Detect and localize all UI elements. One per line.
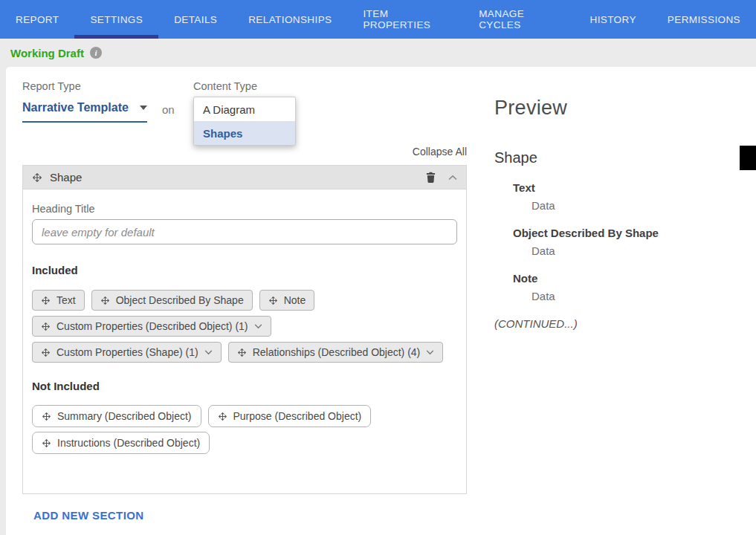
chip-label: Relationships (Described Object) (4) [253,346,421,358]
add-new-section-button[interactable]: ADD NEW SECTION [33,509,144,522]
chip-custom-properties-described-object[interactable]: Custom Properties (Described Object) (1) [32,316,271,337]
preview-field: Object Described By Shape Data [513,227,747,257]
info-icon[interactable]: i [90,47,102,59]
section-title: Shape [50,171,82,184]
content-type-dropdown: A Diagram Shapes [193,97,296,146]
included-chip-row: Custom Properties (Shape) (1) Relationsh… [32,342,457,363]
collapse-all-link[interactable]: Collapse All [22,146,467,158]
heading-title-label: Heading Title [32,203,457,215]
preview-field: Note Data [513,272,747,302]
conjunction-text: on [162,103,175,116]
tab-manage-cycles[interactable]: MANAGE CYCLES [463,0,574,39]
tab-label: RELATIONSHIPS [248,14,332,25]
chip-label: Custom Properties (Shape) (1) [56,346,198,358]
preview-field-value: Data [532,290,747,302]
chevron-down-icon[interactable] [426,350,434,355]
preview-field-name: Note [513,272,747,285]
chip-relationships-described-object[interactable]: Relationships (Described Object) (4) [228,342,444,363]
preview-continued-label: (CONTINUED...) [494,317,747,330]
drag-handle-icon[interactable] [41,296,51,305]
drag-handle-icon[interactable] [32,172,42,183]
option-label: A Diagram [203,103,255,116]
caret-down-icon [140,106,147,110]
not-included-chip-row: Summary (Described Object) Purpose (Desc… [32,405,457,427]
trash-icon[interactable] [426,172,436,183]
report-type-value: Narrative Template [22,101,129,114]
tab-report[interactable]: REPORT [0,0,74,39]
preview-title: Preview [494,97,747,120]
preview-field: Text Data [513,181,747,212]
not-included-chip-row: Instructions (Described Object) [32,432,457,454]
chip-label: Instructions (Described Object) [57,437,200,449]
chip-label: Summary (Described Object) [57,410,192,422]
report-type-label: Report Type [22,80,81,92]
not-included-label: Not Included [32,380,457,392]
chip-label: Text [56,294,76,306]
tab-permissions[interactable]: PERMISSIONS [652,0,756,39]
chip-label: Purpose (Described Object) [233,410,362,422]
content-type-label: Content Type [193,80,257,92]
chip-label: Custom Properties (Described Object) (1) [56,320,248,332]
chip-text[interactable]: Text [32,290,85,311]
preview-field-value: Data [532,199,747,212]
option-label: Shapes [203,127,242,140]
section-body: Heading Title Included Text Object Descr… [23,189,466,454]
drag-handle-icon[interactable] [42,412,51,421]
shape-section-panel: Shape Heading Title Included Text [22,165,467,494]
tab-label: MANAGE CYCLES [479,8,558,30]
drag-handle-icon[interactable] [41,322,51,331]
preview-field-name: Text [513,181,747,194]
dropdown-option-shapes[interactable]: Shapes [194,121,295,145]
chip-note[interactable]: Note [259,290,315,311]
tab-label: PERMISSIONS [668,14,740,25]
main-content: Report Type Content Type Narrative Templ… [6,67,756,535]
chip-instructions-described-object[interactable]: Instructions (Described Object) [32,432,210,454]
drag-handle-icon[interactable] [268,296,278,305]
chip-label: Note [284,294,306,306]
tab-label: SETTINGS [90,14,143,25]
chip-summary-described-object[interactable]: Summary (Described Object) [32,405,201,427]
heading-title-input[interactable] [32,219,457,244]
section-header[interactable]: Shape [23,166,466,189]
tab-label: REPORT [16,14,59,25]
top-nav: REPORT SETTINGS DETAILS RELATIONSHIPS IT… [0,0,756,39]
tab-details[interactable]: DETAILS [158,0,233,39]
drag-handle-icon[interactable] [100,296,110,305]
chip-purpose-described-object[interactable]: Purpose (Described Object) [208,405,372,427]
chevron-down-icon[interactable] [254,324,262,329]
chip-label: Object Described By Shape [116,294,244,306]
included-chip-row: Custom Properties (Described Object) (1) [32,316,457,337]
tab-label: HISTORY [590,14,636,25]
report-type-select[interactable]: Narrative Template [22,101,147,123]
working-draft-status: Working Draft [10,47,84,59]
preview-field-name: Object Described By Shape [513,227,747,239]
drag-handle-icon[interactable] [42,438,51,448]
tab-settings[interactable]: SETTINGS [74,0,158,39]
chevron-up-icon[interactable] [448,175,457,181]
included-label: Included [32,264,457,276]
tab-item-properties[interactable]: ITEM PROPERTIES [347,0,463,39]
drag-handle-icon[interactable] [41,348,51,357]
preview-field-value: Data [532,244,747,257]
tab-label: ITEM PROPERTIES [363,8,448,30]
tab-label: DETAILS [174,14,217,25]
chip-object-described-by-shape[interactable]: Object Described By Shape [91,290,253,311]
tab-history[interactable]: HISTORY [575,0,652,39]
tab-relationships[interactable]: RELATIONSHIPS [233,0,347,39]
included-chip-row: Text Object Described By Shape Note [32,290,457,311]
dropdown-option-a-diagram[interactable]: A Diagram [194,97,295,121]
chip-custom-properties-shape[interactable]: Custom Properties (Shape) (1) [32,342,222,363]
preview-section-heading: Shape [494,149,747,166]
drag-handle-icon[interactable] [218,412,227,421]
drag-handle-icon[interactable] [237,348,247,357]
chevron-down-icon[interactable] [204,350,213,355]
preview-pane: Preview Shape Text Data Object Described… [494,97,747,330]
status-bar: Working Draft i [0,39,756,67]
